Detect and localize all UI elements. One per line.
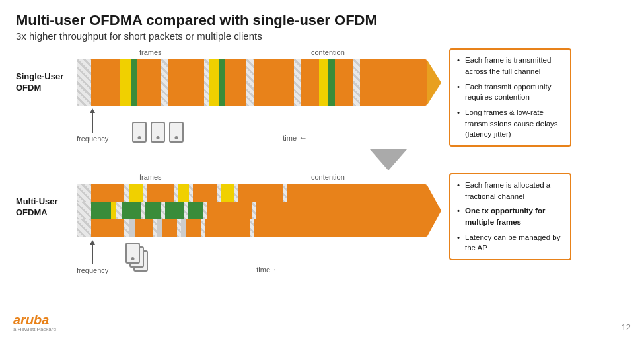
single-bullet-2: Each transmit opportunity requires conte… (457, 81, 563, 103)
slide-title: Multi-user OFDMA compared with single-us… (16, 12, 628, 29)
single-bullet-3: Long frames & low-rate transmissions cau… (457, 107, 563, 140)
multi-user-label: Multi-User OFDMA (16, 196, 58, 219)
multi-labels-row: frames contention (77, 173, 441, 184)
single-labels-row: frames contention (77, 48, 441, 59)
slide-subtitle: 3x higher throughput for short packets o… (16, 30, 628, 42)
single-bullet-1: Each frame is transmitted across the ful… (457, 55, 563, 77)
multi-bullet-1: Each frame is allocated a fractional cha… (457, 180, 563, 202)
multi-row-1 (77, 184, 427, 202)
multi-user-label-col: Multi-User OFDMA (16, 173, 69, 219)
multi-info-box: Each frame is allocated a fractional cha… (449, 173, 571, 260)
single-freq-arrowhead (90, 108, 95, 113)
single-channel-section: frames contention (77, 48, 441, 143)
single-time-wrap: time ← (283, 131, 307, 143)
multi-frames-label: frames (139, 173, 162, 181)
single-freq-label: frequency (77, 135, 108, 143)
aruba-logo: aruba (13, 313, 56, 328)
multi-stacked-devices (125, 243, 151, 274)
multi-channel-section: frames contention (77, 173, 441, 274)
multi-user-section: Multi-User OFDMA frames contention (16, 173, 628, 274)
single-freq-line (92, 113, 93, 133)
stacked-device-3 (125, 243, 140, 264)
slide: Multi-user OFDMA compared with single-us… (0, 0, 644, 339)
single-user-label-col: Single-User OFDM (16, 48, 69, 94)
multi-axes: frequency time ← (77, 240, 441, 274)
multi-freq-label: frequency (77, 266, 108, 274)
logo-area: aruba a Hewlett Packard (13, 313, 56, 332)
single-axes: frequency time ← (77, 108, 441, 143)
single-devices (132, 122, 184, 143)
single-info-box: Each frame is transmitted across the ful… (449, 48, 571, 147)
single-user-section: Single-User OFDM frames contention (16, 48, 628, 147)
multi-time-label: time ← (256, 264, 281, 274)
single-frames-label: frames (139, 48, 162, 56)
multi-bullet-2: One tx opportunity for multiple frames (457, 206, 563, 227)
single-time-arrow: ← (299, 133, 307, 143)
arrow-down-shape (370, 149, 407, 170)
multi-freq-line (92, 245, 93, 264)
multi-freq-arrow (77, 240, 108, 264)
logo-subtitle: a Hewlett Packard (13, 326, 56, 332)
multi-freq-arrowhead (90, 240, 95, 245)
multi-row-3 (77, 219, 427, 237)
single-freq-arrow (77, 108, 108, 133)
multi-bullet-3: Latency can be managed by the AP (457, 232, 563, 254)
single-time-label: time ← (283, 133, 307, 143)
transition-arrow (148, 149, 628, 170)
device-3 (169, 122, 184, 143)
device-2 (151, 122, 165, 143)
single-channel-arrow (427, 59, 441, 106)
device-1 (132, 122, 147, 143)
multi-channel-container (77, 184, 441, 237)
single-contention-label: contention (311, 48, 345, 56)
multi-time-wrap: time ← (256, 262, 281, 274)
multi-channel-arrow (427, 184, 441, 237)
single-channel-bar (77, 59, 427, 106)
multi-bar (77, 184, 427, 237)
multi-freq-wrap: frequency (77, 240, 108, 274)
single-freq-wrap: frequency (77, 108, 108, 143)
multi-channel-bar (77, 184, 427, 237)
single-channel-container (77, 59, 441, 106)
multi-contention-label: contention (311, 173, 345, 181)
single-user-label: Single-User OFDM (16, 71, 63, 94)
multi-row-2 (77, 202, 427, 220)
multi-time-arrow: ← (272, 264, 281, 274)
slide-number: 12 (622, 322, 631, 332)
